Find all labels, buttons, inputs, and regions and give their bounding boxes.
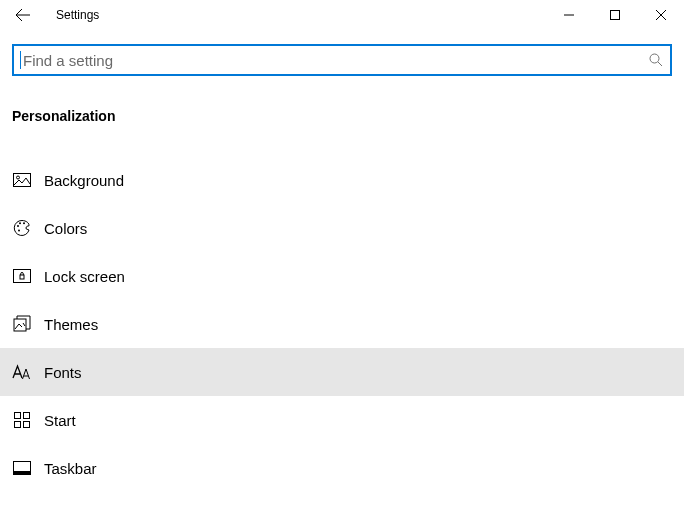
minimize-icon (564, 10, 574, 20)
titlebar: Settings (0, 0, 684, 30)
svg-point-4 (17, 225, 19, 227)
back-arrow-icon (15, 7, 31, 23)
nav-item-colors[interactable]: Colors (0, 204, 684, 252)
svg-rect-14 (24, 422, 30, 428)
picture-icon (12, 170, 32, 190)
svg-rect-16 (14, 471, 31, 475)
nav-item-lock-screen[interactable]: Lock screen (0, 252, 684, 300)
close-button[interactable] (638, 0, 684, 30)
search-container: Find a setting (12, 44, 672, 76)
search-icon (648, 52, 664, 68)
close-icon (656, 10, 666, 20)
nav-item-fonts[interactable]: Fonts (0, 348, 684, 396)
search-input[interactable]: Find a setting (12, 44, 672, 76)
back-button[interactable] (0, 0, 46, 30)
search-placeholder: Find a setting (23, 52, 648, 69)
svg-rect-11 (15, 413, 21, 419)
svg-point-3 (17, 176, 20, 179)
start-icon (12, 410, 32, 430)
nav-label: Themes (44, 316, 98, 333)
nav-item-taskbar[interactable]: Taskbar (0, 444, 684, 492)
palette-icon (12, 218, 32, 238)
window-controls (546, 0, 684, 30)
taskbar-icon (12, 458, 32, 478)
nav-item-background[interactable]: Background (0, 156, 684, 204)
fonts-icon (12, 362, 32, 382)
svg-rect-2 (14, 174, 31, 187)
category-heading: Personalization (12, 108, 684, 124)
svg-rect-8 (14, 270, 31, 283)
maximize-button[interactable] (592, 0, 638, 30)
svg-rect-0 (611, 11, 620, 20)
nav-list: Background Colors Lock screen (0, 156, 684, 492)
nav-label: Lock screen (44, 268, 125, 285)
svg-rect-9 (20, 275, 24, 279)
svg-rect-13 (15, 422, 21, 428)
svg-point-1 (650, 54, 659, 63)
window-title: Settings (46, 8, 99, 22)
lock-screen-icon (12, 266, 32, 286)
nav-label: Colors (44, 220, 87, 237)
nav-item-themes[interactable]: Themes (0, 300, 684, 348)
svg-point-5 (19, 222, 21, 224)
nav-label: Start (44, 412, 76, 429)
svg-point-7 (18, 230, 20, 232)
nav-label: Fonts (44, 364, 82, 381)
nav-item-start[interactable]: Start (0, 396, 684, 444)
themes-icon (12, 314, 32, 334)
svg-rect-12 (24, 413, 30, 419)
nav-label: Background (44, 172, 124, 189)
nav-label: Taskbar (44, 460, 97, 477)
svg-point-6 (23, 222, 25, 224)
minimize-button[interactable] (546, 0, 592, 30)
text-caret (20, 51, 21, 69)
maximize-icon (610, 10, 620, 20)
